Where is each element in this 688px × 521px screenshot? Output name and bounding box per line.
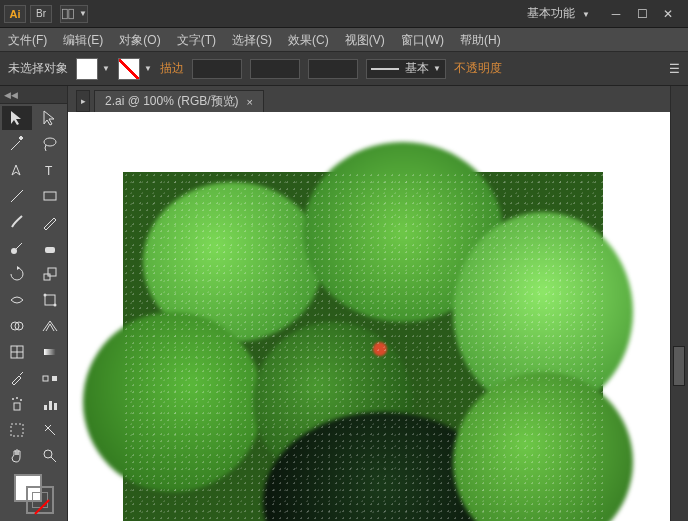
width-tool[interactable] [2,288,32,312]
lasso-tool[interactable] [35,132,65,156]
svg-rect-7 [45,247,55,253]
svg-rect-18 [44,349,56,355]
panel-options-icon[interactable]: ☰ [669,62,680,76]
zoom-tool[interactable] [35,444,65,468]
chevron-down-icon: ▼ [582,10,590,19]
style-label: 基本 [405,60,429,77]
svg-point-24 [20,399,22,401]
menu-view[interactable]: 视图(V) [337,28,393,52]
mesh-tool[interactable] [2,340,32,364]
menu-object[interactable]: 对象(O) [111,28,168,52]
free-transform-tool[interactable] [35,288,65,312]
type-tool[interactable]: T [35,158,65,182]
svg-rect-0 [63,9,68,18]
svg-rect-9 [48,268,56,276]
stroke-profile-dropdown[interactable] [250,59,300,79]
blend-tool[interactable] [35,366,65,390]
control-bar: 未选择对象 ▼ ▼ 描边 基本 ▼ 不透明度 ☰ [0,52,688,86]
scale-tool[interactable] [35,262,65,286]
menu-window[interactable]: 窗口(W) [393,28,452,52]
svg-rect-19 [43,376,48,381]
fill-swatch-control[interactable]: ▼ [76,58,110,80]
close-button[interactable]: ✕ [660,6,676,22]
artwork-image [123,172,603,521]
close-tab-icon[interactable]: × [247,96,253,108]
blob-brush-tool[interactable] [2,236,32,260]
artboard-tool[interactable] [2,418,32,442]
graphic-style-dropdown[interactable]: 基本 ▼ [366,59,446,79]
document-tab-title: 2.ai @ 100% (RGB/预览) [105,93,239,110]
workspace-label: 基本功能 [527,6,575,20]
svg-rect-8 [44,274,50,280]
pencil-tool[interactable] [35,210,65,234]
layout-arrange-button[interactable]: ▼ [60,5,88,23]
selection-status: 未选择对象 [8,60,68,77]
pen-tool[interactable] [2,158,32,182]
hand-tool[interactable] [2,444,32,468]
canvas[interactable] [68,112,688,521]
menu-help[interactable]: 帮助(H) [452,28,509,52]
menu-bar: 文件(F) 编辑(E) 对象(O) 文字(T) 选择(S) 效果(C) 视图(V… [0,28,688,52]
stroke-swatch-control[interactable]: ▼ [118,58,152,80]
stroke-label[interactable]: 描边 [160,60,184,77]
symbol-sprayer-tool[interactable] [2,392,32,416]
document-tab[interactable]: 2.ai @ 100% (RGB/预览) × [94,90,264,112]
chevron-down-icon: ▼ [102,64,110,73]
right-panel-dock [670,86,688,521]
svg-rect-26 [49,401,52,410]
svg-rect-20 [52,376,57,381]
svg-rect-21 [14,403,20,410]
stroke-weight-dropdown[interactable] [192,59,242,79]
minimize-button[interactable]: ─ [608,6,624,22]
svg-rect-5 [44,192,56,200]
menu-effect[interactable]: 效果(C) [280,28,337,52]
chevron-down-icon: ▼ [433,64,441,73]
svg-rect-25 [44,405,47,410]
perspective-grid-tool[interactable] [35,314,65,338]
svg-point-11 [43,294,46,297]
svg-rect-10 [45,295,55,305]
gradient-tool[interactable] [35,340,65,364]
fill-swatch[interactable] [76,58,98,80]
chevron-down-icon: ▼ [144,64,152,73]
rotate-tool[interactable] [2,262,32,286]
svg-rect-27 [54,403,57,410]
stroke-swatch-none[interactable] [118,58,140,80]
maximize-button[interactable]: ☐ [634,6,650,22]
workspace-switcher[interactable]: 基本功能 ▼ [517,5,600,22]
line-segment-tool[interactable] [2,184,32,208]
menu-file[interactable]: 文件(F) [0,28,55,52]
menu-type[interactable]: 文字(T) [169,28,224,52]
fill-stroke-swatches[interactable] [14,474,54,514]
scrollbar-thumb[interactable] [673,346,685,386]
direct-selection-tool[interactable] [35,106,65,130]
slice-tool[interactable] [35,418,65,442]
rectangle-tool[interactable] [35,184,65,208]
svg-point-23 [16,397,18,399]
svg-point-12 [53,304,56,307]
tools-panel: ◀◀ T [0,86,68,521]
opacity-label[interactable]: 不透明度 [454,60,502,77]
svg-point-22 [12,398,14,400]
svg-line-4 [11,190,23,202]
magic-wand-tool[interactable] [2,132,32,156]
eraser-tool[interactable] [35,236,65,260]
svg-rect-1 [69,9,74,18]
panel-collapse-icon[interactable]: ▸ [76,90,90,112]
column-graph-tool[interactable] [35,392,65,416]
chevron-down-icon: ▼ [79,9,87,18]
document-area: ▸ 2.ai @ 100% (RGB/预览) × [68,86,688,521]
selection-tool[interactable] [2,106,32,130]
shape-builder-tool[interactable] [2,314,32,338]
brush-dropdown[interactable] [308,59,358,79]
svg-point-2 [44,138,56,146]
bridge-icon[interactable]: Br [30,5,52,23]
menu-edit[interactable]: 编辑(E) [55,28,111,52]
paintbrush-tool[interactable] [2,210,32,234]
menu-select[interactable]: 选择(S) [224,28,280,52]
svg-text:T: T [45,164,53,178]
tools-panel-collapse[interactable]: ◀◀ [0,86,67,104]
app-icon: Ai [4,5,26,23]
svg-rect-28 [11,424,23,436]
eyedropper-tool[interactable] [2,366,32,390]
